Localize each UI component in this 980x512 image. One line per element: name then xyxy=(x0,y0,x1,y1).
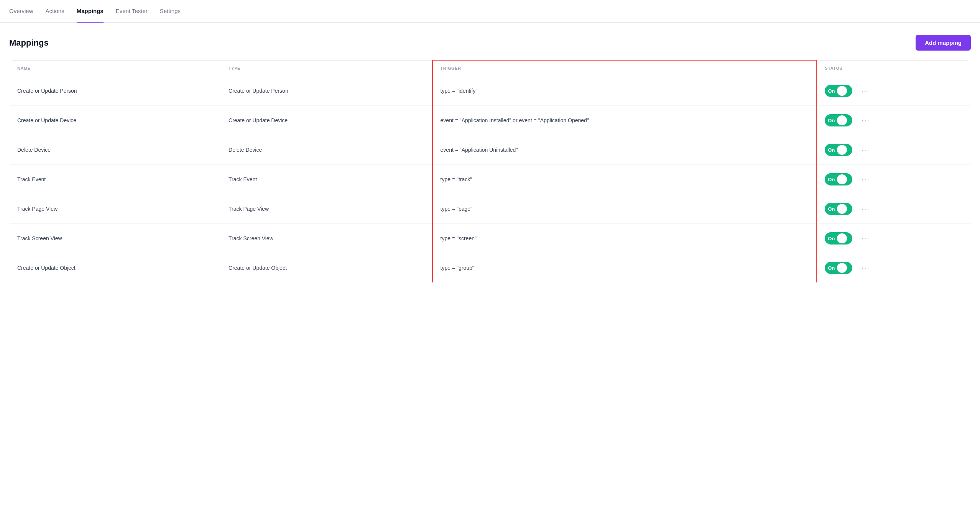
status-actions: On ··· xyxy=(825,173,963,185)
toggle-label: On xyxy=(828,147,835,153)
toggle-knob xyxy=(837,86,847,96)
status-actions: On ··· xyxy=(825,203,963,215)
toggle-switch[interactable]: On xyxy=(825,114,852,126)
cell-trigger: event = "Application Installed" or event… xyxy=(432,106,817,135)
cell-name: Create or Update Person xyxy=(10,76,221,106)
cell-type: Track Page View xyxy=(221,194,432,224)
more-options-button[interactable]: ··· xyxy=(858,115,873,126)
cell-type: Create or Update Device xyxy=(221,106,432,135)
toggle-switch[interactable]: On xyxy=(825,203,852,215)
cell-type: Track Event xyxy=(221,165,432,194)
cell-type: Create or Update Person xyxy=(221,76,432,106)
cell-status: On ··· xyxy=(817,76,970,106)
table-row: Create or Update Person Create or Update… xyxy=(10,76,971,106)
col-header-type: TYPE xyxy=(221,60,432,76)
cell-trigger: type = "track" xyxy=(432,165,817,194)
table-row: Track Event Track Event type = "track" O… xyxy=(10,165,971,194)
toggle-knob xyxy=(837,263,847,273)
status-actions: On ··· xyxy=(825,262,963,274)
cell-name: Track Screen View xyxy=(10,224,221,253)
tab-settings[interactable]: Settings xyxy=(160,0,181,23)
tab-actions[interactable]: Actions xyxy=(46,0,64,23)
cell-status: On ··· xyxy=(817,135,970,165)
more-options-button[interactable]: ··· xyxy=(858,174,873,185)
toggle-label: On xyxy=(828,118,835,123)
cell-status: On ··· xyxy=(817,106,970,135)
toggle-switch[interactable]: On xyxy=(825,144,852,156)
cell-name: Delete Device xyxy=(10,135,221,165)
cell-status: On ··· xyxy=(817,194,970,224)
cell-trigger: event = "Application Uninstalled" xyxy=(432,135,817,165)
add-mapping-button[interactable]: Add mapping xyxy=(916,35,971,51)
mappings-table: NAME TYPE TRIGGER STATUS Create or Updat… xyxy=(9,60,971,283)
toggle-label: On xyxy=(828,206,835,212)
table-row: Track Page View Track Page View type = "… xyxy=(10,194,971,224)
more-options-button[interactable]: ··· xyxy=(858,85,873,97)
page-header: Mappings Add mapping xyxy=(9,35,971,51)
toggle-knob xyxy=(837,174,847,184)
more-options-button[interactable]: ··· xyxy=(858,263,873,274)
toggle-label: On xyxy=(828,88,835,94)
table-row: Create or Update Object Create or Update… xyxy=(10,253,971,283)
cell-status: On ··· xyxy=(817,224,970,253)
toggle-knob xyxy=(837,115,847,125)
tab-overview[interactable]: Overview xyxy=(9,0,33,23)
toggle-knob xyxy=(837,233,847,243)
cell-trigger: type = "identify" xyxy=(432,76,817,106)
cell-name: Track Event xyxy=(10,165,221,194)
toggle-knob xyxy=(837,145,847,155)
toggle-label: On xyxy=(828,236,835,241)
cell-name: Create or Update Object xyxy=(10,253,221,283)
toggle-label: On xyxy=(828,177,835,182)
col-header-trigger: TRIGGER xyxy=(432,60,817,76)
cell-type: Track Screen View xyxy=(221,224,432,253)
tab-event-tester[interactable]: Event Tester xyxy=(116,0,148,23)
toggle-switch[interactable]: On xyxy=(825,85,852,97)
more-options-button[interactable]: ··· xyxy=(858,203,873,215)
nav-tabs: Overview Actions Mappings Event Tester S… xyxy=(0,0,980,23)
table-row: Create or Update Device Create or Update… xyxy=(10,106,971,135)
toggle-switch[interactable]: On xyxy=(825,173,852,185)
page-title: Mappings xyxy=(9,38,49,48)
cell-status: On ··· xyxy=(817,165,970,194)
cell-trigger: type = "screen" xyxy=(432,224,817,253)
more-options-button[interactable]: ··· xyxy=(858,144,873,156)
cell-type: Delete Device xyxy=(221,135,432,165)
toggle-switch[interactable]: On xyxy=(825,262,852,274)
table-row: Track Screen View Track Screen View type… xyxy=(10,224,971,253)
toggle-switch[interactable]: On xyxy=(825,232,852,245)
table-header-row: NAME TYPE TRIGGER STATUS xyxy=(10,60,971,76)
cell-trigger: type = "group" xyxy=(432,253,817,283)
toggle-knob xyxy=(837,204,847,214)
col-header-name: NAME xyxy=(10,60,221,76)
cell-name: Track Page View xyxy=(10,194,221,224)
more-options-button[interactable]: ··· xyxy=(858,233,873,244)
status-actions: On ··· xyxy=(825,232,963,245)
status-actions: On ··· xyxy=(825,85,963,97)
cell-status: On ··· xyxy=(817,253,970,283)
page-content: Mappings Add mapping NAME TYPE TRIGGER S… xyxy=(0,23,980,295)
cell-trigger: type = "page" xyxy=(432,194,817,224)
cell-name: Create or Update Device xyxy=(10,106,221,135)
status-actions: On ··· xyxy=(825,144,963,156)
status-actions: On ··· xyxy=(825,114,963,126)
cell-type: Create or Update Object xyxy=(221,253,432,283)
app-container: Overview Actions Mappings Event Tester S… xyxy=(0,0,980,512)
table-row: Delete Device Delete Device event = "App… xyxy=(10,135,971,165)
col-header-status: STATUS xyxy=(817,60,970,76)
toggle-label: On xyxy=(828,265,835,271)
tab-mappings[interactable]: Mappings xyxy=(77,0,104,23)
